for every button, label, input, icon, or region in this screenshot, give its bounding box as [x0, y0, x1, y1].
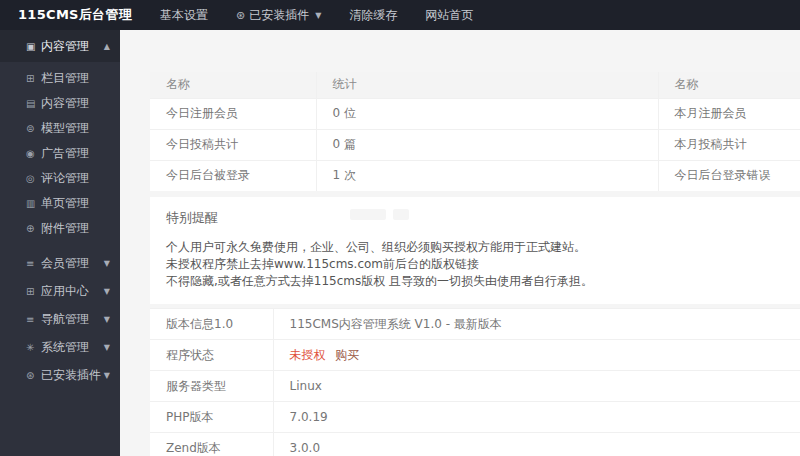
topnav-site-home-label: 网站首页 — [425, 7, 473, 24]
notice-title: 特别提醒 — [166, 210, 218, 225]
buy-link[interactable]: 购买 — [335, 348, 359, 362]
nav-lines-icon: ≡ — [26, 314, 41, 325]
table-row: 今日后台被登录 1 次 今日后台登录错误 — [150, 160, 800, 191]
sidebar-group-members[interactable]: ≡ 会员管理 ▼ — [0, 249, 120, 277]
stat-label: 今日投稿共计 — [150, 129, 316, 160]
version-info-table: 版本信息1.0 115CMS内容管理系统 V1.0 - 最新版本 程序状态 未授… — [150, 308, 800, 456]
sidebar-collapsed-groups: ≡ 会员管理 ▼ ⊞ 应用中心 ▼ ≡ 导航管理 ▼ ✳ 系统管理 ▼ ⊛ 已安… — [0, 249, 120, 389]
sidebar-item-attachments[interactable]: ⊕ 附件管理 — [0, 216, 120, 241]
topnav-installed-plugins[interactable]: ⊛ 已安装插件 ▼ — [236, 7, 321, 24]
sidebar-group-label: 系统管理 — [41, 339, 89, 356]
table-row: 程序状态 未授权 购买 — [150, 340, 800, 371]
member-lines-icon: ≡ — [26, 258, 41, 269]
attachment-icon: ⊕ — [26, 223, 41, 234]
notice-line: 不得隐藏,或者任意方式去掉115cms版权 且导致的一切损失由使用者自行承担。 — [166, 273, 784, 290]
sidebar-item-ads[interactable]: ◉ 广告管理 — [0, 141, 120, 166]
stats-header-name2: 名称 — [658, 72, 800, 98]
caret-down-icon: ▼ — [104, 287, 110, 296]
info-label: Zend版本 — [150, 433, 273, 456]
stats-table: 名称 统计 名称 今日注册会员 0 位 本月注册会员 今日投稿共计 0 篇 本月… — [150, 72, 800, 191]
sidebar-group-label: 已安装插件 — [41, 367, 101, 384]
top-menu: 基本设置 ⊛ 已安装插件 ▼ 清除缓存 网站首页 — [160, 7, 501, 24]
topnav-site-home[interactable]: 网站首页 — [425, 7, 473, 24]
sidebar-item-label: 栏目管理 — [41, 70, 89, 87]
model-icon: ⊜ — [26, 123, 41, 134]
topnav-basic-settings[interactable]: 基本设置 — [160, 7, 208, 24]
stat-label: 本月投稿共计 — [658, 129, 800, 160]
placeholder-badge — [350, 209, 386, 220]
sidebar-submenu-content: ⊞ 栏目管理 ▤ 内容管理 ⊜ 模型管理 ◉ 广告管理 ◎ 评论管理 ▥ 单页管… — [0, 62, 120, 241]
topnav-clear-cache[interactable]: 清除缓存 — [349, 7, 397, 24]
info-value: 115CMS内容管理系统 V1.0 - 最新版本 — [273, 309, 800, 340]
sidebar-group-navigation[interactable]: ≡ 导航管理 ▼ — [0, 305, 120, 333]
info-label: 版本信息1.0 — [150, 309, 273, 340]
topbar: 115CMS后台管理 基本设置 ⊛ 已安装插件 ▼ 清除缓存 网站首页 — [0, 0, 800, 30]
stat-value: 0 篇 — [316, 129, 658, 160]
plugin-gear-icon: ⊛ — [26, 370, 41, 381]
stat-label: 本月注册会员 — [658, 98, 800, 129]
info-value: 未授权 购买 — [273, 340, 800, 371]
table-row: 今日注册会员 0 位 本月注册会员 — [150, 98, 800, 129]
stats-header-row: 名称 统计 名称 — [150, 72, 800, 98]
sidebar-item-pages[interactable]: ▥ 单页管理 — [0, 191, 120, 216]
topnav-clear-cache-label: 清除缓存 — [349, 7, 397, 24]
sidebar-item-models[interactable]: ⊜ 模型管理 — [0, 116, 120, 141]
sidebar-group-content-management[interactable]: ▣ 内容管理 ▲ — [0, 30, 120, 62]
caret-down-icon: ▼ — [104, 259, 110, 268]
columns-icon: ⊞ — [26, 73, 41, 84]
gear-icon: ✳ — [26, 342, 41, 353]
app-title: 115CMS后台管理 — [0, 6, 160, 24]
sidebar-item-label: 内容管理 — [41, 95, 89, 112]
caret-up-icon: ▲ — [104, 42, 110, 51]
info-label: 程序状态 — [150, 340, 273, 371]
main-content: 名称 统计 名称 今日注册会员 0 位 本月注册会员 今日投稿共计 0 篇 本月… — [120, 30, 800, 456]
notice-line: 个人用户可永久免费使用，企业、公司、组织必须购买授权方能用于正式建站。 — [166, 239, 784, 256]
caret-down-icon: ▼ — [104, 315, 110, 324]
stat-label: 今日后台被登录 — [150, 160, 316, 191]
sidebar-item-content[interactable]: ▤ 内容管理 — [0, 91, 120, 116]
version-info-card: 版本信息1.0 115CMS内容管理系统 V1.0 - 最新版本 程序状态 未授… — [150, 308, 800, 456]
notice-line: 未授权程序禁止去掉www.115cms.com前后台的版权链接 — [166, 256, 784, 273]
sidebar-item-label: 单页管理 — [41, 195, 89, 212]
sidebar-item-columns[interactable]: ⊞ 栏目管理 — [0, 66, 120, 91]
notice-header: 特别提醒 — [150, 197, 800, 233]
sidebar-group-system[interactable]: ✳ 系统管理 ▼ — [0, 333, 120, 361]
caret-down-icon: ▼ — [104, 371, 110, 380]
comment-icon: ◎ — [26, 173, 41, 184]
table-row: 版本信息1.0 115CMS内容管理系统 V1.0 - 最新版本 — [150, 309, 800, 340]
caret-down-icon: ▼ — [104, 343, 110, 352]
notice-body: 个人用户可永久免费使用，企业、公司、组织必须购买授权方能用于正式建站。 未授权程… — [150, 233, 800, 304]
apps-icon: ⊞ — [26, 286, 41, 297]
stat-value: 0 位 — [316, 98, 658, 129]
sidebar-group-app-center[interactable]: ⊞ 应用中心 ▼ — [0, 277, 120, 305]
info-value: Linux — [273, 371, 800, 402]
sidebar-group-installed-plugins[interactable]: ⊛ 已安装插件 ▼ — [0, 361, 120, 389]
sidebar-item-label: 模型管理 — [41, 120, 89, 137]
sidebar: ▣ 内容管理 ▲ ⊞ 栏目管理 ▤ 内容管理 ⊜ 模型管理 ◉ 广告管理 ◎ 评… — [0, 30, 120, 456]
info-label: 服务器类型 — [150, 371, 273, 402]
status-unauthorized: 未授权 — [290, 348, 326, 362]
stats-table-card: 名称 统计 名称 今日注册会员 0 位 本月注册会员 今日投稿共计 0 篇 本月… — [150, 72, 800, 191]
sidebar-item-label: 评论管理 — [41, 170, 89, 187]
stats-header-count: 统计 — [316, 72, 658, 98]
sidebar-item-comments[interactable]: ◎ 评论管理 — [0, 166, 120, 191]
table-row: 服务器类型 Linux — [150, 371, 800, 402]
stat-value: 1 次 — [316, 160, 658, 191]
placeholder-badge — [393, 209, 409, 220]
topnav-installed-plugins-label: 已安装插件 — [249, 7, 309, 24]
stat-label: 今日后台登录错误 — [658, 160, 800, 191]
stats-header-name: 名称 — [150, 72, 316, 98]
info-label: PHP版本 — [150, 402, 273, 433]
table-row: Zend版本 3.0.0 — [150, 433, 800, 456]
table-row: 今日投稿共计 0 篇 本月投稿共计 — [150, 129, 800, 160]
sidebar-item-label: 附件管理 — [41, 220, 89, 237]
ad-target-icon: ◉ — [26, 148, 41, 159]
topnav-basic-settings-label: 基本设置 — [160, 7, 208, 24]
caret-down-icon: ▼ — [315, 11, 321, 20]
stat-label: 今日注册会员 — [150, 98, 316, 129]
info-value: 3.0.0 — [273, 433, 800, 456]
sidebar-group-label: 会员管理 — [41, 255, 89, 272]
page-icon: ▥ — [26, 198, 41, 209]
notice-card: 特别提醒 个人用户可永久免费使用，企业、公司、组织必须购买授权方能用于正式建站。… — [150, 197, 800, 304]
sidebar-group-label: 内容管理 — [41, 38, 89, 55]
